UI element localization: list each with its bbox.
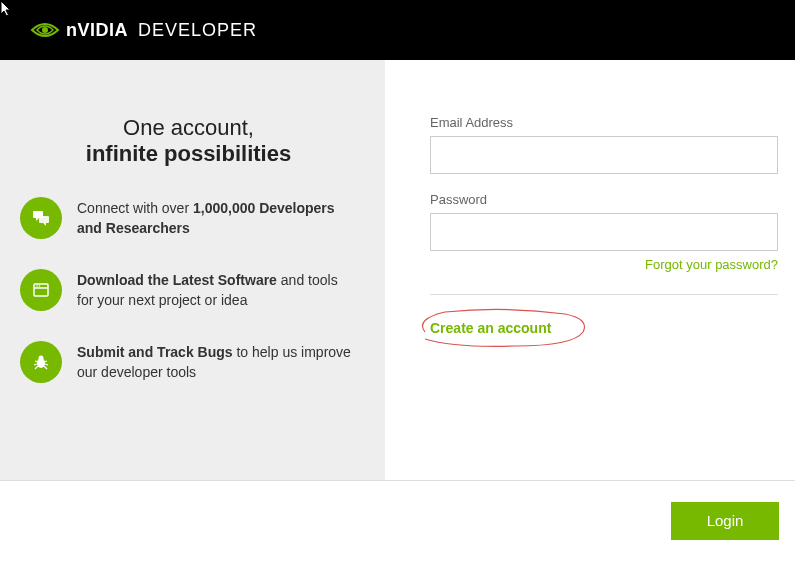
password-field[interactable]	[430, 213, 778, 251]
password-label: Password	[430, 192, 779, 207]
brand-name: nVIDIA	[66, 20, 128, 41]
login-form: Email Address Password Forgot your passw…	[385, 60, 795, 480]
brand-subtitle: DEVELOPER	[138, 20, 257, 41]
bug-icon	[20, 341, 62, 383]
svg-point-6	[39, 285, 41, 287]
divider	[430, 294, 778, 295]
feature-text: Submit and Track Bugs to help us improve…	[77, 341, 357, 382]
feature-connect: Connect with over 1,000,000 Developers a…	[20, 197, 357, 239]
svg-point-8	[39, 356, 44, 361]
forgot-password-link[interactable]: Forgot your password?	[430, 257, 778, 272]
create-account-wrap: Create an account	[430, 319, 551, 337]
window-icon	[20, 269, 62, 311]
feature-text: Connect with over 1,000,000 Developers a…	[77, 197, 357, 238]
svg-line-13	[35, 366, 38, 369]
svg-line-14	[44, 366, 47, 369]
feature-download: Download the Latest Software and tools f…	[20, 269, 357, 311]
login-button[interactable]: Login	[671, 502, 779, 540]
footer-bar: Login	[0, 480, 795, 560]
svg-line-12	[45, 364, 48, 365]
svg-line-11	[34, 364, 37, 365]
feature-bugs: Submit and Track Bugs to help us improve…	[20, 341, 357, 383]
tagline: One account, infinite possibilities	[20, 115, 357, 167]
nvidia-eye-icon	[30, 20, 60, 40]
email-label: Email Address	[430, 115, 779, 130]
email-group: Email Address	[430, 115, 779, 174]
tagline-line1: One account,	[20, 115, 357, 141]
svg-rect-2	[39, 216, 49, 223]
chat-icon	[20, 197, 62, 239]
svg-point-0	[42, 27, 48, 33]
svg-point-5	[36, 285, 38, 287]
nvidia-logo[interactable]: nVIDIA DEVELOPER	[30, 20, 257, 41]
main-content: One account, infinite possibilities Conn…	[0, 60, 795, 480]
svg-rect-3	[34, 284, 48, 296]
create-account-link[interactable]: Create an account	[430, 320, 551, 336]
email-field[interactable]	[430, 136, 778, 174]
tagline-line2: infinite possibilities	[20, 141, 357, 167]
feature-text: Download the Latest Software and tools f…	[77, 269, 357, 310]
password-group: Password Forgot your password?	[430, 192, 779, 272]
header-bar: nVIDIA DEVELOPER	[0, 0, 795, 60]
left-panel: One account, infinite possibilities Conn…	[0, 60, 385, 480]
